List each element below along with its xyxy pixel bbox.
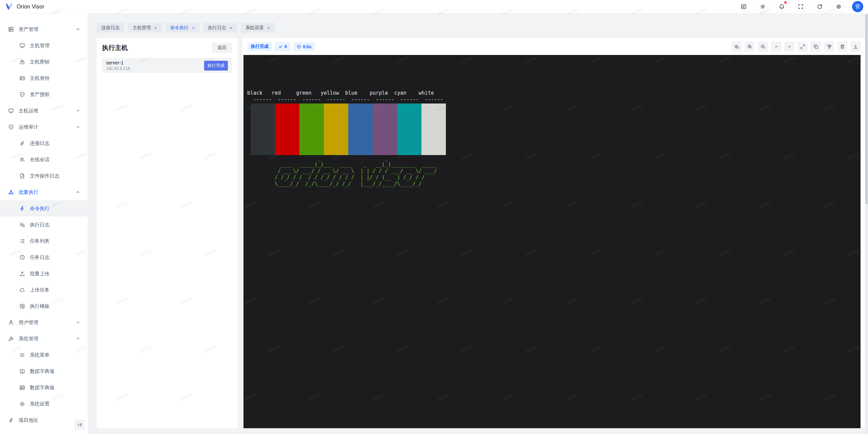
- close-icon[interactable]: [192, 26, 195, 30]
- notifications-button[interactable]: [776, 1, 787, 12]
- host-list-item[interactable]: server-1 182.92.5.218 执行完成: [102, 58, 232, 73]
- sidebar-group-user-management[interactable]: 用户管理: [0, 314, 88, 331]
- orion-visor-logo: [5, 2, 14, 11]
- user-avatar[interactable]: 管: [852, 1, 863, 12]
- terminal-panel: 执行完成 0 0.5s: [242, 38, 865, 428]
- copy-button[interactable]: [811, 41, 821, 52]
- search-log-button[interactable]: [731, 41, 742, 52]
- chevron-up-icon: [76, 27, 80, 32]
- colortest-text: black red green yellow blue purple cyan …: [247, 58, 861, 103]
- color-block-green: [299, 103, 324, 155]
- color-block-blue: [348, 103, 373, 155]
- close-icon[interactable]: [154, 26, 157, 30]
- sidebar-item-command-execution[interactable]: 命令执行: [0, 200, 88, 216]
- sidebar-group-system-management[interactable]: 系统管理: [0, 331, 88, 347]
- color-block-cyan: [397, 103, 421, 155]
- settings-button[interactable]: [833, 1, 844, 12]
- zoom-in-button[interactable]: [745, 41, 755, 52]
- shield-check-icon: [8, 124, 14, 130]
- tab-system-settings[interactable]: 系统设置: [241, 23, 275, 33]
- upload-icon: [19, 271, 25, 277]
- wrench-icon: [8, 336, 14, 342]
- scrollbar-thumb[interactable]: [865, 14, 868, 204]
- chevron-up-icon: [774, 44, 779, 49]
- sidebar-item-data-dict-item[interactable]: 数据字典项: [0, 363, 88, 379]
- menu-icon: [19, 352, 25, 358]
- theme-toggle-button[interactable]: [757, 1, 768, 12]
- refresh-button[interactable]: [814, 1, 825, 12]
- sidebar-item-host-identity[interactable]: 主机身份: [0, 70, 88, 86]
- sidebar-item-online-session[interactable]: 在线会话: [0, 151, 88, 168]
- list-icon: [19, 238, 25, 244]
- brand-name: Orion Visor: [17, 4, 44, 10]
- history-icon: [19, 254, 25, 260]
- status-badge: 执行完成: [248, 42, 272, 51]
- sidebar-item-batch-upload[interactable]: 批量上传: [0, 265, 88, 282]
- sidebar-item-asset-authorization[interactable]: 资产授权: [0, 86, 88, 102]
- tab-bar: 连接日志 主机管理 命令执行 执行日志 系统设置: [97, 23, 865, 33]
- sql-console-button[interactable]: [738, 1, 749, 12]
- sidebar-item-execution-template[interactable]: 执行模板: [0, 298, 88, 314]
- download-button[interactable]: [850, 41, 861, 52]
- sidebar-item-connection-log[interactable]: 连接日志: [0, 135, 88, 151]
- clear-button[interactable]: [824, 41, 834, 52]
- chevron-down-icon: [76, 108, 80, 113]
- tab-connection-log[interactable]: 连接日志: [97, 23, 124, 33]
- chevron-down-icon: [787, 44, 792, 49]
- sidebar-group-ops-audit[interactable]: 运维审计: [0, 119, 88, 135]
- chevron-up-icon: [76, 336, 80, 341]
- color-block-purple: [373, 103, 397, 155]
- scroll-down-button[interactable]: [784, 41, 794, 52]
- sidebar-item-data-dict-value[interactable]: 数据字典值: [0, 379, 88, 396]
- color-block-white: [421, 103, 446, 155]
- terminal-output[interactable]: black red green yellow blue purple cyan …: [243, 55, 861, 428]
- paint-roller-icon: [827, 44, 832, 49]
- back-button[interactable]: 返回: [212, 43, 232, 53]
- app-header: Orion Visor 管: [0, 0, 868, 14]
- zoom-out-button[interactable]: [758, 41, 768, 52]
- color-block-yellow: [324, 103, 348, 155]
- host-ip: 182.92.5.218: [106, 66, 130, 71]
- sidebar-item-upload-task[interactable]: 上传任务: [0, 282, 88, 298]
- sidebar-item-system-menu[interactable]: 系统菜单: [0, 347, 88, 363]
- sidebar-item-task-list[interactable]: 任务列表: [0, 233, 88, 249]
- shield-check-icon: [19, 92, 25, 97]
- lock-icon: [19, 59, 25, 65]
- delete-button[interactable]: [837, 41, 847, 52]
- expand-button[interactable]: [797, 41, 808, 52]
- sidebar-item-file-operation-log[interactable]: 文件操作日志: [0, 168, 88, 184]
- file-icon: [19, 173, 25, 179]
- sidebar-item-system-settings[interactable]: 系统设置: [0, 396, 88, 412]
- search-log-icon: [734, 44, 739, 49]
- page-scrollbar[interactable]: [865, 14, 868, 434]
- sidebar-item-host-keys[interactable]: 主机密钥: [0, 54, 88, 70]
- sidebar-group-host-ops[interactable]: 主机运维: [0, 102, 88, 119]
- book-icon: [19, 369, 25, 374]
- sidebar-group-batch-execution[interactable]: 批量执行: [0, 184, 88, 200]
- tab-command-execution[interactable]: 命令执行: [165, 23, 200, 33]
- page-title: 执行主机: [102, 43, 128, 52]
- tab-host-management[interactable]: 主机管理: [128, 23, 162, 33]
- fullscreen-button[interactable]: [795, 1, 806, 12]
- close-icon[interactable]: [229, 26, 233, 30]
- monitor-icon: [19, 43, 25, 49]
- scroll-up-button[interactable]: [771, 41, 781, 52]
- sidebar-item-task-log[interactable]: 任务日志: [0, 249, 88, 265]
- color-block-black: [251, 103, 275, 155]
- close-icon[interactable]: [267, 26, 270, 30]
- tab-execution-log[interactable]: 执行日志: [203, 23, 237, 33]
- clock-icon: [297, 44, 301, 49]
- sidebar-item-execution-log[interactable]: 执行日志: [0, 216, 88, 233]
- sidebar-group-asset-management[interactable]: 资产管理: [0, 21, 88, 37]
- notification-dot: [784, 1, 787, 4]
- sidebar-item-host-management[interactable]: 主机管理: [0, 37, 88, 54]
- color-block-red: [275, 103, 299, 155]
- idcard-icon: [19, 75, 25, 81]
- thunderbolt-icon: [19, 206, 25, 211]
- search-log-icon: [19, 222, 25, 228]
- check-icon: [278, 44, 283, 49]
- link-icon: [19, 140, 25, 146]
- collapse-sidebar-button[interactable]: [75, 420, 85, 430]
- user-icon: [8, 320, 14, 325]
- trash-icon: [840, 44, 845, 49]
